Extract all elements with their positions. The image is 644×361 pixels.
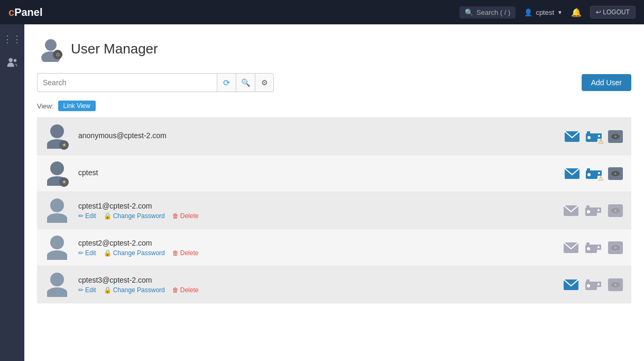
sidebar-item-users[interactable] <box>2 52 23 73</box>
svg-point-14 <box>614 136 617 138</box>
user-actions: ✏ Edit 🔒 Change Password 🗑 Delete <box>78 212 562 220</box>
lock-icon: 🔒 <box>104 249 112 257</box>
sidebar-item-grid[interactable]: ⋮⋮ <box>2 29 23 50</box>
avatar: ★ <box>43 124 71 149</box>
clear-icon: ⟳ <box>223 78 230 88</box>
navbar-search-placeholder: Search ( / ) <box>476 8 510 16</box>
delete-link[interactable]: 🗑 Delete <box>172 249 199 257</box>
view-label: View: <box>37 102 54 110</box>
ftp-warning-icon: ⚠ <box>598 175 604 182</box>
svg-rect-11 <box>587 131 590 134</box>
change-password-link[interactable]: 🔒 Change Password <box>104 212 165 220</box>
user-name: cptest2@cptest-2.com <box>78 239 562 247</box>
search-icon: 🔍 <box>241 78 250 87</box>
pencil-icon: ✏ <box>78 286 84 294</box>
grid-icon: ⋮⋮ <box>3 33 22 45</box>
lock-icon: 🔒 <box>104 212 112 220</box>
user-actions: ✏ Edit 🔒 Change Password 🗑 Delete <box>78 249 562 257</box>
mail-icon <box>563 164 582 183</box>
sidebar: ⋮⋮ <box>0 24 24 361</box>
trash-icon: 🗑 <box>172 286 179 294</box>
ftp-icon <box>584 238 603 257</box>
change-password-link[interactable]: 🔒 Change Password <box>104 286 165 294</box>
edit-link[interactable]: ✏ Edit <box>78 212 96 220</box>
pencil-icon: ✏ <box>78 249 84 257</box>
svg-point-28 <box>597 209 600 211</box>
mail-icon <box>563 127 582 146</box>
disk-icon <box>606 238 625 257</box>
trash-icon: 🗑 <box>172 212 179 220</box>
brand-logo: cPanel <box>8 6 42 19</box>
logout-icon: ↩ <box>596 8 601 16</box>
search-clear-button[interactable]: ⟳ <box>217 73 236 92</box>
table-row: cptest1@cptest-2.com ✏ Edit 🔒 Change Pas… <box>37 192 631 229</box>
delete-link[interactable]: 🗑 Delete <box>172 286 199 294</box>
user-actions: ✏ Edit 🔒 Change Password 🗑 Delete <box>78 286 562 294</box>
svg-rect-20 <box>587 168 590 172</box>
logout-button[interactable]: ↩ LOGOUT <box>590 6 636 19</box>
navbar: cPanel 🔍 Search ( / ) 👤 cptest ▼ 🔔 ↩ LOG… <box>0 0 644 24</box>
ftp-icon <box>584 201 603 220</box>
toolbar: ⟳ 🔍 ⚙ Add User <box>37 73 631 92</box>
navbar-search-box[interactable]: 🔍 Search ( / ) <box>459 6 516 19</box>
svg-point-10 <box>598 135 600 137</box>
service-icons <box>562 238 625 257</box>
svg-point-35 <box>587 247 590 250</box>
service-icons: ⚠ <box>563 127 625 146</box>
user-list: ★ anonymous@cptest-2.com <box>37 118 631 303</box>
disk-icon <box>606 201 625 220</box>
disk-icon <box>606 127 625 146</box>
ftp-icon-wrap: ⚠ <box>585 129 603 144</box>
avatar <box>43 236 71 260</box>
page-header-icon: ⚙ <box>37 35 65 62</box>
edit-link[interactable]: ✏ Edit <box>78 286 96 294</box>
service-icons <box>562 201 625 220</box>
table-row: cptest3@cptest-2.com ✏ Edit 🔒 Change Pas… <box>37 266 631 303</box>
user-info: cptest1@cptest-2.com ✏ Edit 🔒 Change Pas… <box>78 202 562 220</box>
table-row: ★ anonymous@cptest-2.com <box>37 118 631 155</box>
disk-icon <box>606 164 625 183</box>
table-row: ★ cptest <box>37 155 631 192</box>
add-user-button[interactable]: Add User <box>582 74 631 91</box>
search-settings-button[interactable]: ⚙ <box>255 73 274 92</box>
delete-link[interactable]: 🗑 Delete <box>172 212 199 220</box>
svg-point-37 <box>597 246 600 248</box>
page-header: ⚙ User Manager <box>37 35 631 62</box>
notification-bell-icon[interactable]: 🔔 <box>571 7 582 17</box>
link-view-button[interactable]: Link View <box>58 101 96 111</box>
search-icon: 🔍 <box>465 8 473 16</box>
user-info: cptest3@cptest-2.com ✏ Edit 🔒 Change Pas… <box>78 276 562 294</box>
avatar <box>43 198 71 223</box>
users-icon <box>6 57 18 68</box>
avatar <box>43 273 71 297</box>
user-name: anonymous@cptest-2.com <box>78 131 563 140</box>
settings-icon: ⚙ <box>261 78 268 87</box>
user-info: cptest <box>78 168 563 179</box>
navbar-user[interactable]: 👤 cptest ▼ <box>524 8 563 16</box>
svg-point-0 <box>9 58 13 62</box>
main-content: ⚙ User Manager ⟳ 🔍 ⚙ Add User <box>24 24 644 361</box>
user-icon: 👤 <box>524 8 532 16</box>
view-row: View: Link View <box>37 101 631 111</box>
change-password-link[interactable]: 🔒 Change Password <box>104 249 165 257</box>
svg-point-2 <box>45 39 57 51</box>
trash-icon: 🗑 <box>172 249 179 257</box>
table-row: cptest2@cptest-2.com ✏ Edit 🔒 Change Pas… <box>37 229 631 266</box>
search-button[interactable]: 🔍 <box>236 73 255 92</box>
ftp-icon <box>584 275 603 294</box>
search-input[interactable] <box>37 73 217 92</box>
user-manager-icon: ⚙ <box>38 35 64 62</box>
svg-point-50 <box>614 284 617 286</box>
navbar-username: cptest <box>536 8 554 16</box>
svg-point-41 <box>614 247 617 249</box>
svg-point-32 <box>614 210 617 212</box>
svg-point-8 <box>587 136 591 139</box>
svg-point-46 <box>597 283 600 285</box>
star-badge-icon: ★ <box>59 177 69 187</box>
svg-text:⚙: ⚙ <box>56 52 60 58</box>
mail-icon <box>562 275 581 294</box>
svg-point-23 <box>614 173 617 175</box>
edit-link[interactable]: ✏ Edit <box>78 249 96 257</box>
user-name: cptest3@cptest-2.com <box>78 276 562 284</box>
service-icons <box>562 275 625 294</box>
